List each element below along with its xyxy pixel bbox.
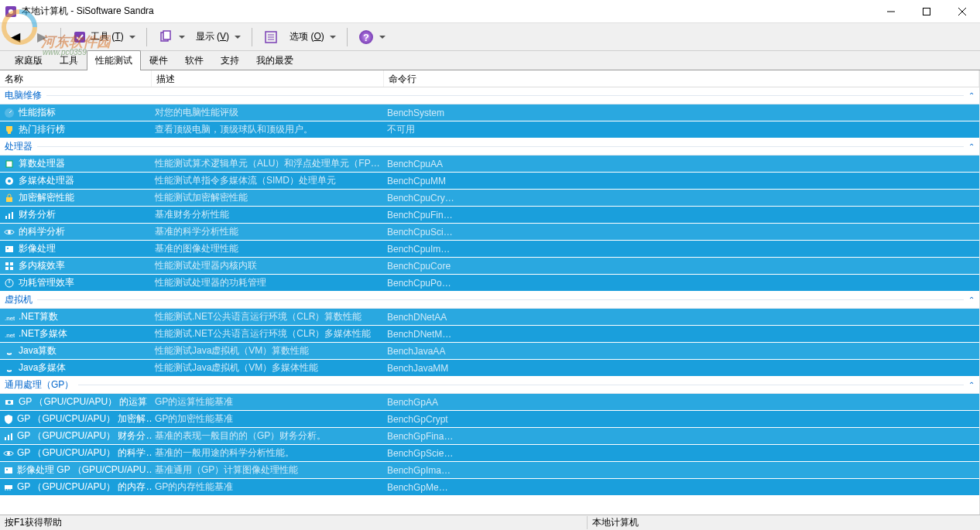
item-name: 性能指标 [19,106,56,119]
image-icon [3,243,15,255]
list-item[interactable]: GP （GPU/CPU/APU） 加密解…GP的加密性能基准BenchGpCry… [0,411,979,428]
tools-icon [72,29,87,45]
separator [60,28,61,46]
svg-rect-32 [10,267,13,270]
view-menu[interactable]: 显示 (V) [191,28,245,46]
list-item[interactable]: 影像处理 GP （GPU/CPU/APU…基准通用（GP）计算图像处理性能Ben… [0,462,979,479]
chevron-up-icon: ⌃ [968,381,975,389]
minimize-button[interactable] [873,0,909,23]
svg-rect-46 [5,485,12,489]
list-item[interactable]: Java多媒体性能测试Java虚拟机（VM）多媒体性能BenchJavaMM [0,360,979,377]
view-icon-button[interactable] [153,27,190,47]
svg-rect-41 [11,433,12,440]
item-desc: 基准的一般用途的科学分析性能。 [152,446,384,460]
tab-3[interactable]: 硬件 [141,50,176,70]
item-name: 多媒体处理器 [19,174,74,187]
back-button[interactable]: ◀ [3,27,28,47]
svg-rect-22 [5,216,7,219]
item-cmd: BenchCpuSci… [384,227,477,238]
svg-rect-40 [8,435,9,440]
group-header[interactable]: 虚拟机⌃ [0,292,979,309]
item-name: 功耗管理效率 [19,276,74,289]
col-cmd[interactable]: 命令行 [384,70,979,87]
svg-point-42 [7,452,10,455]
list-item[interactable]: 加密解密性能性能测试加密解密性能BenchCpuCry… [0,190,979,207]
tools-menu[interactable]: 工具 (T) [67,27,140,47]
svg-rect-31 [5,267,9,270]
item-cmd: BenchDNetM… [384,329,477,340]
tab-2[interactable]: 性能测试 [87,50,141,70]
svg-rect-9 [163,31,170,39]
tab-4[interactable]: 软件 [176,50,212,70]
item-name: 财务分析 [19,208,56,221]
tab-0[interactable]: 家庭版 [6,50,51,70]
forward-button[interactable]: ▶ [29,27,54,47]
item-cmd: BenchGpScie… [384,448,477,459]
col-desc[interactable]: 描述 [152,70,384,87]
item-cmd: BenchJavaMM [384,363,477,374]
group-title: 通用處理（GP） [5,378,74,392]
svg-text:?: ? [363,32,369,43]
close-button[interactable] [944,0,980,23]
cores-icon [3,260,15,272]
item-desc: 基准财务分析性能 [152,208,384,221]
item-desc: 性能测试单指令多媒体流（SIMD）处理单元 [152,174,384,187]
item-cmd: BenchGpFina… [384,431,477,442]
item-desc: 性能测试算术逻辑单元（ALU）和浮点处理单元（FP… [152,157,384,170]
tab-6[interactable]: 我的最爱 [248,50,302,70]
dotnet-icon: .net [3,311,15,323]
item-desc: GP的内存性能基准 [152,480,384,494]
chevron-down-icon [129,36,135,39]
item-cmd: BenchJavaAA [384,346,477,357]
list-item[interactable]: 算数处理器性能测试算术逻辑单元（ALU）和浮点处理单元（FP…BenchCpuA… [0,156,979,173]
tab-strip: 家庭版工具性能测试硬件软件支持我的最爱 [0,51,980,70]
power-icon [3,277,15,289]
item-name: Java算数 [19,344,57,357]
list-item[interactable]: 功耗管理效率性能测试处理器的功耗管理BenchCpuPo… [0,275,979,292]
item-desc: 性能测试Java虚拟机（VM）多媒体性能 [152,361,384,374]
svg-point-28 [7,248,9,249]
list-item[interactable]: 的科学分析基准的科学分析性能BenchCpuSci… [0,224,979,241]
group-header[interactable]: 通用處理（GP）⌃ [0,377,979,394]
list-item[interactable]: .net.NET多媒体性能测试.NET公共语言运行环境（CLR）多媒体性能Ben… [0,326,979,343]
list-item[interactable]: Java算数性能测试Java虚拟机（VM）算数性能BenchJavaAA [0,343,979,360]
item-desc: 查看顶级电脑，顶级球队和顶级用户。 [152,123,384,136]
list-item[interactable]: GP （GPU/CPU/APU） 的科学…基准的一般用途的科学分析性能。Benc… [0,445,979,462]
svg-point-45 [6,469,8,470]
list-view[interactable]: 名称 描述 命令行 电脑维修⌃性能指标对您的电脑性能评级BenchSystem热… [0,70,980,515]
item-name: 多内核效率 [19,259,65,272]
item-cmd: BenchCpuAA [384,159,477,169]
maximize-button[interactable] [909,0,944,23]
item-desc: 性能测试Java虚拟机（VM）算数性能 [152,344,384,357]
forward-icon: ▶ [34,29,50,45]
options-icon-button[interactable] [259,27,283,47]
svg-rect-29 [5,262,9,265]
list-item[interactable]: 热门排行榜查看顶级电脑，顶级球队和顶级用户。不可用 [0,121,979,138]
content-area: 名称 描述 命令行 电脑维修⌃性能指标对您的电脑性能评级BenchSystem热… [0,70,980,515]
group-header[interactable]: 处理器⌃ [0,138,979,156]
list-item[interactable]: 财务分析基准财务分析性能BenchCpuFin… [0,207,979,224]
help-button[interactable]: ? [354,27,390,47]
column-header: 名称 描述 命令行 [0,70,979,87]
col-name[interactable]: 名称 [0,70,152,87]
list-item[interactable]: .net.NET算数性能测试.NET公共语言运行环境（CLR）算数性能Bench… [0,309,979,326]
tab-1[interactable]: 工具 [51,50,87,70]
item-name: GP （GPU/CPU/APU） 财务分… [17,429,152,443]
group-header[interactable]: 电脑维修⌃ [0,87,979,104]
list-item[interactable]: 影像处理基准的图像处理性能BenchCpuIm… [0,241,979,258]
item-cmd: BenchCpuMM [384,176,477,186]
tab-5[interactable]: 支持 [212,50,248,70]
list-item[interactable]: GP （GPU/CPU/APU） 的内存…GP的内存性能基准BenchGpMe… [0,479,979,496]
list-item[interactable]: 多内核效率性能测试处理器内核内联BenchCpuCore [0,258,979,275]
list-item[interactable]: 性能指标对您的电脑性能评级BenchSystem [0,104,979,121]
group-title: 电脑维修 [5,89,42,102]
item-name: 算数处理器 [19,157,65,170]
options-menu[interactable]: 选项 (O) [285,28,341,46]
window-title: 本地计算机 - SiSoftware Sandra [22,5,873,18]
list-item[interactable]: GP （GPU/CPU/APU） 财务分…基准的表现一般目的的（GP）财务分析。… [0,428,979,445]
item-name: GP （GPU/CPU/APU） 的科学… [17,446,152,460]
svg-text:.net: .net [5,332,15,339]
list-item[interactable]: 多媒体处理器性能测试单指令多媒体流（SIMD）处理单元BenchCpuMM [0,173,979,190]
item-name: .NET算数 [19,310,58,323]
list-item[interactable]: GP （GPU/CPU/APU） 的运算GP的运算性能基准BenchGpAA [0,394,979,411]
